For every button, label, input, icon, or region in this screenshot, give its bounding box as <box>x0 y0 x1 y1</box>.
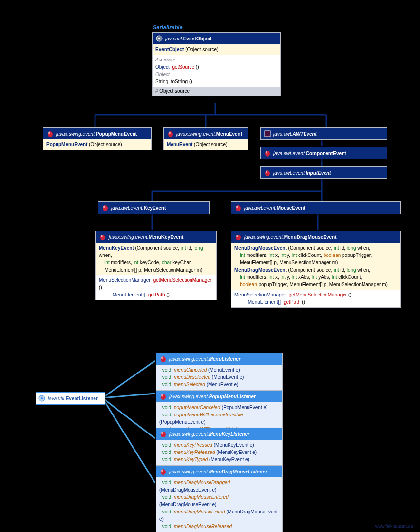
interface-icon <box>159 355 167 363</box>
svg-line-14 <box>102 394 155 398</box>
svg-point-37 <box>41 397 43 399</box>
svg-point-39 <box>161 357 163 359</box>
svg-point-41 <box>161 394 163 397</box>
interface-icon <box>159 468 167 475</box>
svg-line-13 <box>102 361 155 398</box>
svg-line-16 <box>102 398 155 483</box>
class-icon <box>155 35 163 42</box>
class-icon <box>264 169 271 177</box>
interface-menudragmouselistener: javax.swing.event.MenuDragMouseListener … <box>156 465 283 532</box>
watermark: www.falkhausen.de <box>375 524 413 529</box>
interface-eventlistener: java.util.EventListener <box>36 392 105 405</box>
interface-icon <box>38 394 46 402</box>
svg-point-35 <box>236 235 238 237</box>
abstract-class-icon <box>264 130 271 138</box>
svg-point-31 <box>236 206 238 208</box>
interface-menukeylistener: javax.swing.event.MenuKeyListener voidme… <box>156 428 283 465</box>
interface-icon <box>159 393 167 400</box>
class-icon <box>167 130 174 138</box>
interface-menulistener: javax.swing.event.MenuListener voidmenuC… <box>156 353 283 390</box>
class-icon <box>99 233 107 241</box>
svg-point-43 <box>161 432 163 434</box>
class-awtevent: java.awt.AWTEvent <box>260 127 387 140</box>
svg-point-27 <box>266 171 267 173</box>
class-menudragmouseevent: javax.swing.event.MenuDragMouseEvent Men… <box>231 231 401 308</box>
svg-point-20 <box>48 132 50 134</box>
class-menuevent: javax.swing.event.MenuEvent MenuEvent (O… <box>163 127 248 150</box>
class-popupmenuevent: javax.swing.event.PopupMenuEvent PopupMe… <box>43 127 152 150</box>
svg-point-18 <box>158 38 160 39</box>
interface-icon <box>159 430 167 438</box>
class-eventobject: java.util.EventObject EventObject (Objec… <box>152 32 281 96</box>
stereotype-serializable: Serializable <box>153 24 183 30</box>
svg-point-45 <box>161 470 163 472</box>
class-icon <box>234 204 242 212</box>
class-inputevent: java.awt.event.InputEvent <box>260 166 387 179</box>
svg-line-15 <box>102 398 155 438</box>
class-icon <box>234 233 242 241</box>
svg-point-25 <box>266 151 267 154</box>
class-icon <box>101 204 109 212</box>
class-menukeyevent: javax.swing.event.MenuKeyEvent MenuKeyEv… <box>95 231 217 300</box>
class-mouseevent: java.awt.event.MouseEvent <box>231 201 401 214</box>
class-componentevent: java.awt.event.ComponentEvent <box>260 147 387 159</box>
svg-point-22 <box>169 132 171 134</box>
svg-rect-23 <box>265 131 270 137</box>
class-icon <box>264 149 271 157</box>
class-icon <box>46 130 54 138</box>
svg-point-33 <box>101 235 103 237</box>
svg-point-29 <box>103 206 105 208</box>
class-keyevent: java.awt.event.KeyEvent <box>98 201 210 214</box>
